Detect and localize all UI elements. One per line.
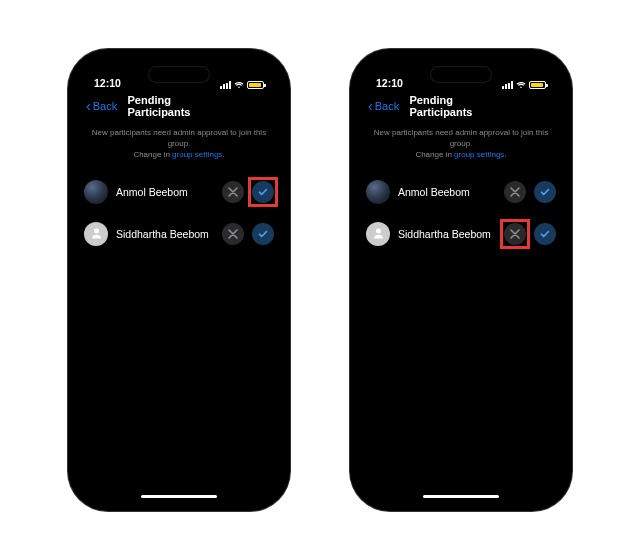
nav-bar: ‹ Back Pending Participants: [76, 91, 282, 121]
wifi-icon: [516, 81, 526, 89]
participant-row: Siddhartha Beebom: [84, 213, 274, 255]
participant-name: Siddhartha Beebom: [116, 228, 214, 240]
status-time: 12:10: [94, 77, 121, 89]
page-title: Pending Participants: [410, 94, 513, 118]
participant-list: Anmol Beebom Siddhartha Beebom: [358, 171, 564, 255]
screen: 12:10 ‹ Back Pending Participants New pa…: [76, 57, 282, 503]
cellular-icon: [220, 81, 231, 89]
back-button[interactable]: ‹ Back: [368, 99, 399, 113]
accept-button[interactable]: [252, 223, 274, 245]
group-settings-link[interactable]: group settings: [454, 150, 504, 159]
screen: 12:10 ‹ Back Pending Participants New pa…: [358, 57, 564, 503]
home-indicator[interactable]: [423, 495, 499, 499]
avatar: [84, 222, 108, 246]
avatar: [366, 222, 390, 246]
reject-button[interactable]: [504, 223, 526, 245]
avatar: [84, 180, 108, 204]
participant-name: Anmol Beebom: [398, 186, 496, 198]
reject-button[interactable]: [504, 181, 526, 203]
reject-button[interactable]: [222, 223, 244, 245]
chevron-left-icon: ‹: [86, 99, 91, 113]
page-title: Pending Participants: [128, 94, 231, 118]
status-time: 12:10: [376, 77, 403, 89]
status-indicators: [502, 81, 546, 89]
chevron-left-icon: ‹: [368, 99, 373, 113]
nav-bar: ‹ Back Pending Participants: [358, 91, 564, 121]
participant-name: Siddhartha Beebom: [398, 228, 496, 240]
dynamic-island: [430, 66, 492, 83]
participant-row: Anmol Beebom: [366, 171, 556, 213]
battery-icon: [529, 81, 546, 89]
info-text: New participants need admin approval to …: [358, 121, 564, 171]
participant-row: Anmol Beebom: [84, 171, 274, 213]
info-text: New participants need admin approval to …: [76, 121, 282, 171]
avatar: [366, 180, 390, 204]
accept-button[interactable]: [252, 181, 274, 203]
back-label: Back: [93, 100, 117, 112]
wifi-icon: [234, 81, 244, 89]
phone-frame-left: 12:10 ‹ Back Pending Participants New pa…: [68, 49, 290, 511]
group-settings-link[interactable]: group settings: [172, 150, 222, 159]
back-label: Back: [375, 100, 399, 112]
dynamic-island: [148, 66, 210, 83]
participant-name: Anmol Beebom: [116, 186, 214, 198]
back-button[interactable]: ‹ Back: [86, 99, 117, 113]
home-indicator[interactable]: [141, 495, 217, 499]
battery-icon: [247, 81, 264, 89]
accept-button[interactable]: [534, 223, 556, 245]
accept-button[interactable]: [534, 181, 556, 203]
participant-row: Siddhartha Beebom: [366, 213, 556, 255]
cellular-icon: [502, 81, 513, 89]
status-indicators: [220, 81, 264, 89]
reject-button[interactable]: [222, 181, 244, 203]
participant-list: Anmol Beebom Siddhartha Beebom: [76, 171, 282, 255]
phone-frame-right: 12:10 ‹ Back Pending Participants New pa…: [350, 49, 572, 511]
